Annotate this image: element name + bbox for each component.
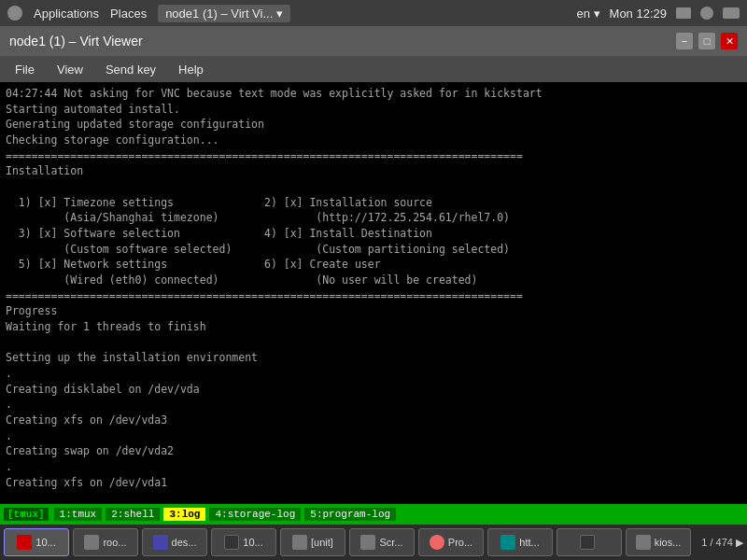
menu-view[interactable]: View <box>48 59 92 80</box>
battery-icon <box>723 7 740 19</box>
task-label-10: kios... <box>655 537 682 548</box>
window-title-taskbar[interactable]: node1 (1) – Virt Vi... ▾ <box>158 5 290 22</box>
taskbar-page-info: 1 / 474 ▶ <box>701 537 743 549</box>
system-bar: Applications Places node1 (1) – Virt Vi.… <box>0 0 747 26</box>
title-bar: node1 (1) – Virt Viewer − □ ✕ <box>0 26 747 56</box>
menu-bar: File View Send key Help <box>0 56 747 82</box>
task-label-1: 10... <box>35 537 55 548</box>
title-bar-buttons: − □ ✕ <box>676 33 738 49</box>
task-label-4: 10... <box>243 537 262 548</box>
distro-icon <box>7 6 22 21</box>
speaker-icon <box>700 7 713 20</box>
system-bar-right: en ▾ Mon 12:29 <box>576 7 740 21</box>
monitor-icon <box>676 7 691 19</box>
task-label-7: Pro... <box>448 537 472 548</box>
menu-sendkey[interactable]: Send key <box>96 59 165 80</box>
task-label-6: Scr... <box>379 537 402 548</box>
system-bar-left: Applications Places node1 (1) – Virt Vi.… <box>7 5 290 22</box>
task-label-8: htt... <box>519 537 539 548</box>
task-label-2: roo... <box>103 537 126 548</box>
locale-selector[interactable]: en ▾ <box>576 7 599 21</box>
minimize-button[interactable]: − <box>676 33 693 49</box>
task-icon-1 <box>17 535 32 550</box>
tmux-window-5[interactable]: 5:program-log <box>304 508 396 521</box>
taskbar-item-5[interactable]: [unit] <box>280 528 345 556</box>
task-icon-5 <box>292 535 307 550</box>
task-icon-6 <box>360 535 375 550</box>
taskbar-item-2[interactable]: roo... <box>73 528 138 556</box>
clock: Mon 12:29 <box>610 7 667 21</box>
tmux-bar: [tmux] 1:tmux 2:shell 3:log 4:storage-lo… <box>0 504 747 525</box>
task-label-3: des... <box>172 537 197 548</box>
terminal[interactable]: 04:27:44 Not asking for VNC because text… <box>0 82 747 504</box>
taskbar-item-4[interactable]: 10... <box>211 528 276 556</box>
task-icon-3 <box>153 535 168 550</box>
task-icon-4 <box>224 535 239 550</box>
tmux-window-3[interactable]: 3:log <box>163 508 205 521</box>
tmux-indicator: [tmux] <box>4 508 49 521</box>
close-button[interactable]: ✕ <box>721 33 738 49</box>
maximize-button[interactable]: □ <box>698 33 715 49</box>
taskbar-item-6[interactable]: Scr... <box>349 528 415 556</box>
places-menu[interactable]: Places <box>110 7 147 21</box>
taskbar-item-1[interactable]: 10... <box>4 528 69 556</box>
window-title: node1 (1) – Virt Viewer <box>9 34 143 49</box>
tmux-window-4[interactable]: 4:storage-log <box>209 508 301 521</box>
taskbar-item-8[interactable]: htt... <box>487 528 553 556</box>
taskbar-item-9[interactable] <box>557 528 622 556</box>
terminal-output: 04:27:44 Not asking for VNC because text… <box>6 86 741 504</box>
tmux-window-2[interactable]: 2:shell <box>106 508 160 521</box>
taskbar-item-10[interactable]: kios... <box>626 528 691 556</box>
task-icon-2 <box>84 535 99 550</box>
taskbar-item-3[interactable]: des... <box>142 528 207 556</box>
tmux-window-1[interactable]: 1:tmux <box>54 508 103 521</box>
task-icon-7 <box>430 535 444 550</box>
applications-menu[interactable]: Applications <box>34 7 99 21</box>
menu-file[interactable]: File <box>6 59 44 80</box>
taskbar-item-7[interactable]: Pro... <box>418 528 484 556</box>
task-icon-8 <box>500 535 515 550</box>
taskbar: 10... roo... des... 10... [unit] Scr... … <box>0 525 747 560</box>
task-icon-9 <box>580 535 595 550</box>
task-label-5: [unit] <box>311 537 333 548</box>
menu-help[interactable]: Help <box>169 59 213 80</box>
task-icon-10 <box>636 535 651 550</box>
